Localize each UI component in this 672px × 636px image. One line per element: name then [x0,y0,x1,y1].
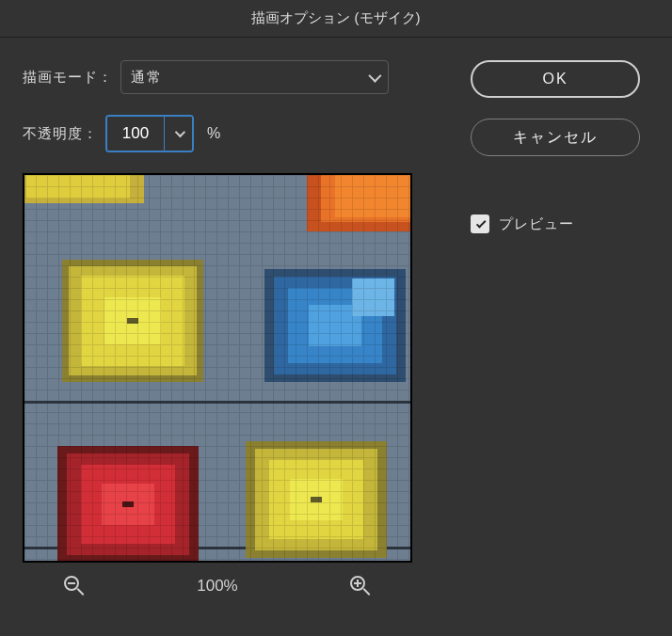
chevron-down-icon [174,127,184,137]
dialog-title: 描画オプション (モザイク) [251,9,420,27]
opacity-row: 不透明度： 100 % [23,115,425,152]
dialog-content: 描画モード： 通常 不透明度： 100 % [0,38,672,608]
cancel-button-label: キャンセル [513,128,598,148]
blend-mode-label: 描画モード： [23,69,113,87]
opacity-value[interactable]: 100 [107,117,164,151]
dialog-titlebar: 描画オプション (モザイク) [0,0,672,38]
ok-button[interactable]: OK [471,60,640,98]
right-panel: OK キャンセル プレビュー [471,60,649,596]
blend-mode-select[interactable]: 通常 [120,60,389,94]
preview-checkbox-row: プレビュー [471,215,649,233]
checkmark-icon [475,218,486,229]
opacity-stepper[interactable] [164,117,192,151]
preview-area[interactable] [23,173,412,563]
opacity-label: 不透明度： [23,125,98,143]
left-panel: 描画モード： 通常 不透明度： 100 % [23,60,425,596]
svg-rect-28 [24,175,410,561]
opacity-unit: % [207,125,220,142]
cancel-button[interactable]: キャンセル [471,119,640,156]
preview-image [24,175,410,561]
opacity-input[interactable]: 100 [105,115,194,152]
minus-icon [68,582,75,584]
zoom-controls: 100% [23,576,412,596]
preview-checkbox-label: プレビュー [499,215,574,233]
ok-button-label: OK [542,71,568,87]
zoom-out-button[interactable] [64,576,85,596]
blend-mode-row: 描画モード： 通常 [23,60,425,94]
preview-checkbox[interactable] [471,215,489,233]
blend-mode-value: 通常 [131,69,163,87]
zoom-level: 100% [197,577,237,596]
zoom-in-button[interactable] [350,576,371,596]
chevron-down-icon [368,70,381,83]
